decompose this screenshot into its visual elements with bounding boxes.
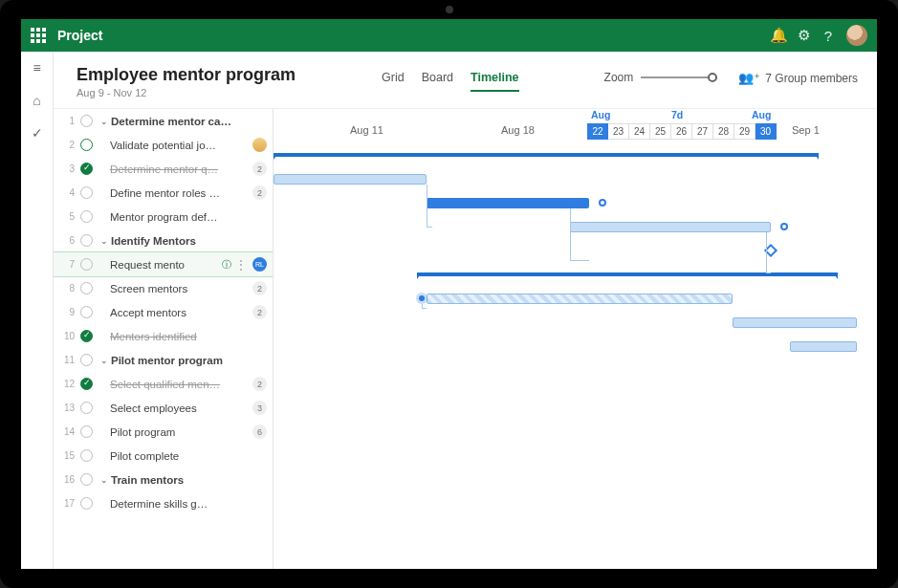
status-circle[interactable] — [80, 354, 93, 366]
bar-start-dot[interactable] — [419, 295, 425, 301]
zoom-control[interactable]: Zoom — [604, 71, 718, 84]
month-label: Aug 18 — [501, 124, 535, 136]
tab-grid[interactable]: Grid — [382, 71, 405, 92]
task-row[interactable]: 6⌄Identify Mentors — [54, 229, 273, 252]
members-label: 7 Group members — [765, 72, 858, 85]
info-icon[interactable]: ⓘ — [222, 258, 231, 272]
task-row[interactable]: 4Define mentor roles …2 — [54, 181, 273, 205]
project-title: Employee mentor program — [77, 65, 296, 85]
rail-check-icon[interactable]: ✓ — [29, 124, 46, 142]
status-circle[interactable] — [80, 473, 93, 486]
status-circle[interactable] — [80, 330, 93, 342]
left-rail: ≡ ⌂ ✓ — [21, 52, 54, 569]
row-number: 12 — [59, 379, 75, 389]
status-circle[interactable] — [80, 282, 93, 294]
timeline-lane — [274, 502, 877, 526]
day-cell[interactable]: 29 — [734, 123, 756, 140]
status-circle[interactable] — [80, 139, 93, 151]
app-launcher-icon[interactable] — [31, 28, 46, 43]
task-row[interactable]: 17Determine skills g… — [54, 491, 273, 515]
status-circle[interactable] — [80, 378, 93, 390]
status-circle[interactable] — [80, 163, 93, 175]
day-cell[interactable]: 24 — [629, 123, 650, 140]
range-label: Aug — [752, 109, 771, 120]
count-badge: 2 — [252, 377, 267, 391]
bar-end-dot[interactable] — [599, 199, 606, 207]
tab-board[interactable]: Board — [422, 71, 453, 92]
assignee-avatar[interactable] — [252, 138, 267, 152]
chevron-down-icon[interactable]: ⌄ — [100, 475, 108, 485]
count-badge: 2 — [252, 162, 267, 176]
chevron-down-icon[interactable]: ⌄ — [100, 236, 108, 246]
zoom-slider-thumb[interactable] — [708, 73, 717, 82]
status-circle[interactable] — [80, 186, 93, 199]
row-number: 15 — [59, 450, 75, 461]
notifications-icon[interactable]: 🔔 — [766, 27, 791, 44]
chevron-down-icon[interactable]: ⌄ — [100, 356, 108, 365]
task-row[interactable]: 7Request mentoⓘ⋮RL — [54, 252, 273, 276]
day-cell[interactable]: 22 — [587, 123, 608, 140]
status-circle[interactable] — [80, 497, 93, 510]
user-avatar[interactable] — [846, 25, 867, 46]
gantt-bar[interactable] — [570, 222, 771, 232]
day-cell[interactable]: 27 — [692, 123, 713, 140]
more-icon[interactable]: ⋮ — [235, 258, 247, 272]
task-row[interactable]: 1⌄Determine mentor ca… — [54, 109, 273, 133]
timeline-lane — [274, 359, 877, 382]
day-cell[interactable]: 25 — [650, 123, 671, 140]
gantt-bar[interactable] — [417, 272, 838, 276]
day-cell[interactable]: 30 — [756, 123, 777, 140]
task-name: Validate potential jo… — [110, 140, 252, 151]
count-badge: 2 — [252, 185, 267, 200]
status-circle[interactable] — [80, 258, 93, 271]
task-row[interactable]: 3Determine mentor q…2 — [54, 157, 273, 181]
group-members-button[interactable]: 👥⁺ 7 Group members — [738, 71, 858, 85]
day-cell[interactable]: 26 — [671, 123, 692, 140]
timeline-lane — [274, 526, 877, 550]
status-circle[interactable] — [80, 306, 93, 318]
task-name: Request mento — [110, 259, 222, 271]
project-date-range: Aug 9 - Nov 12 — [77, 87, 296, 98]
tab-timeline[interactable]: Timeline — [471, 71, 518, 92]
task-row[interactable]: 14Pilot program6 — [54, 420, 273, 444]
range-label: 7d — [671, 109, 683, 120]
status-circle[interactable] — [80, 425, 93, 438]
assignee-badge[interactable]: RL — [252, 257, 267, 272]
task-name: Accept mentors — [110, 307, 252, 318]
status-circle[interactable] — [80, 402, 93, 414]
chevron-down-icon[interactable]: ⌄ — [100, 117, 108, 126]
status-circle[interactable] — [80, 210, 93, 223]
gantt-bar[interactable] — [274, 174, 427, 185]
timeline-panel[interactable]: Aug 11Aug 18Aug7dAug222324252627282930Se… — [274, 109, 877, 569]
screen: Project 🔔 ⚙ ? ≡ ⌂ ✓ Employee mentor prog… — [21, 19, 877, 569]
task-row[interactable]: 16⌄Train mentors — [54, 468, 273, 491]
task-row[interactable]: 5Mentor program def… — [54, 205, 273, 229]
gantt-bar[interactable] — [733, 317, 857, 328]
settings-icon[interactable]: ⚙ — [791, 27, 816, 44]
task-row[interactable]: 13Select employees3 — [54, 396, 273, 420]
status-circle[interactable] — [80, 449, 93, 462]
task-row[interactable]: 9Accept mentors2 — [54, 300, 273, 324]
day-cell[interactable]: 23 — [608, 123, 629, 140]
gantt-bar[interactable] — [427, 198, 589, 208]
status-circle[interactable] — [80, 115, 93, 127]
rail-home-icon[interactable]: ⌂ — [29, 92, 46, 109]
gantt-bar[interactable] — [274, 153, 819, 157]
help-icon[interactable]: ? — [816, 28, 841, 44]
task-row[interactable]: 12Select qualified men…2 — [54, 372, 273, 396]
timeline-lane — [274, 382, 877, 406]
task-row[interactable]: 10Mentors identified — [54, 324, 273, 348]
rail-menu-icon[interactable]: ≡ — [29, 59, 46, 76]
status-circle[interactable] — [80, 234, 93, 247]
bar-end-dot[interactable] — [780, 223, 788, 230]
task-row[interactable]: 2Validate potential jo… — [54, 133, 273, 157]
task-row[interactable]: 11⌄Pilot mentor program — [54, 348, 273, 372]
dependency-link — [422, 304, 427, 309]
task-row[interactable]: 8Screen mentors2 — [54, 276, 273, 300]
zoom-slider-track[interactable] — [641, 76, 717, 78]
gantt-bar[interactable] — [790, 341, 857, 352]
gantt-bar[interactable] — [427, 294, 733, 304]
task-row[interactable]: 15Pilot complete — [54, 444, 273, 468]
count-badge: 2 — [252, 305, 267, 319]
day-cell[interactable]: 28 — [713, 123, 734, 140]
